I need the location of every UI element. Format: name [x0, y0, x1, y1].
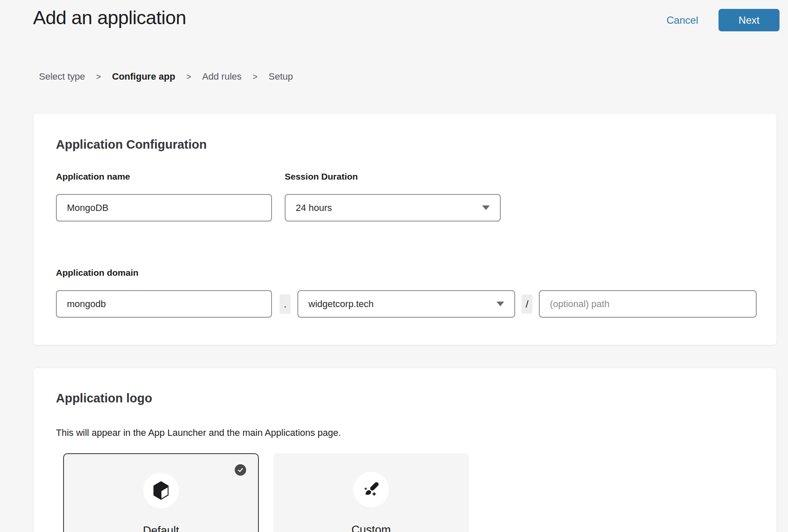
logo-option-label: Custom — [273, 524, 469, 532]
subdomain-input[interactable] — [56, 290, 272, 318]
breadcrumb-separator: > — [252, 72, 258, 82]
session-duration-label: Session Duration — [285, 172, 358, 182]
breadcrumb: Select type > Configure app > Add rules … — [39, 71, 293, 82]
chevron-down-icon — [497, 302, 504, 306]
configuration-heading: Application Configuration — [56, 138, 207, 152]
cube-icon — [143, 473, 179, 508]
chevron-down-icon — [482, 205, 490, 210]
step-select-type[interactable]: Select type — [39, 71, 85, 82]
application-name-label: Application name — [56, 172, 130, 182]
next-button[interactable]: Next — [719, 9, 780, 31]
logo-option-label: Default — [64, 524, 258, 532]
session-duration-select[interactable]: 24 hours — [285, 194, 501, 222]
paintbrush-icon — [353, 472, 389, 507]
breadcrumb-separator: > — [96, 72, 101, 82]
selected-check-icon — [235, 464, 246, 476]
path-input[interactable] — [539, 290, 757, 318]
session-duration-value: 24 hours — [296, 202, 332, 213]
step-configure-app[interactable]: Configure app — [112, 71, 175, 82]
domain-select-value: widgetcorp.tech — [308, 299, 374, 310]
slash-separator: / — [522, 294, 533, 314]
step-add-rules[interactable]: Add rules — [202, 71, 241, 82]
application-name-input[interactable] — [56, 194, 272, 222]
logo-option-custom[interactable]: Custom — [273, 453, 469, 532]
add-application-page: Add an application Cancel Next Select ty… — [0, 0, 788, 532]
header-actions: Cancel Next — [666, 9, 780, 31]
step-setup[interactable]: Setup — [269, 71, 293, 82]
application-domain-label: Application domain — [56, 268, 139, 278]
logo-description: This will appear in the App Launcher and… — [56, 427, 341, 438]
dot-separator: . — [280, 294, 291, 314]
page-title: Add an application — [33, 7, 186, 29]
logo-heading: Application logo — [56, 391, 152, 405]
application-logo-card: Application logo This will appear in the… — [33, 368, 777, 532]
logo-option-default[interactable]: Default — [63, 453, 259, 532]
cancel-button[interactable]: Cancel — [666, 14, 698, 26]
domain-select[interactable]: widgetcorp.tech — [297, 290, 515, 318]
breadcrumb-separator: > — [186, 72, 191, 82]
application-configuration-card: Application Configuration Application na… — [33, 113, 777, 345]
